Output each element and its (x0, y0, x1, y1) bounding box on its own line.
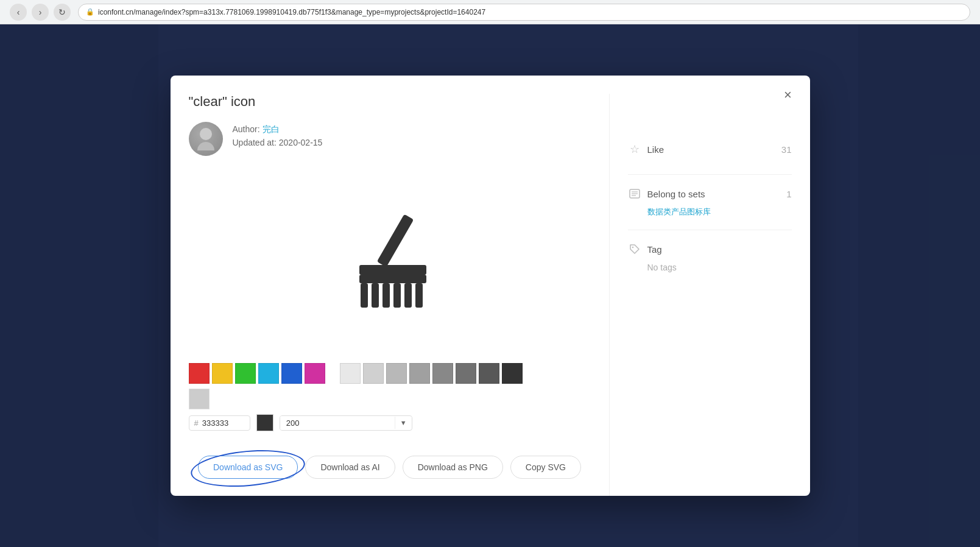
updated-label: Updated at: (233, 138, 277, 147)
like-label: Like (647, 144, 664, 155)
copy-svg-button[interactable]: Copy SVG (510, 456, 581, 479)
avatar (189, 122, 223, 156)
color-swatch-pink[interactable] (305, 363, 325, 384)
avatar-body (197, 142, 214, 150)
back-button[interactable]: ‹ (10, 4, 27, 21)
color-swatch-gray4[interactable] (409, 363, 430, 384)
svg-rect-3 (361, 283, 368, 308)
forward-button[interactable]: › (32, 4, 49, 21)
nav-controls: ‹ › ↻ (10, 4, 71, 21)
svg-rect-6 (393, 283, 401, 308)
like-count: 31 (781, 144, 792, 155)
color-swatch-gray2[interactable] (363, 363, 384, 384)
belong-label: Belong to sets (647, 189, 705, 199)
close-button[interactable]: × (778, 85, 798, 105)
author-details: Author: 完白 Updated at: 2020-02-15 (233, 122, 323, 147)
color-selected-row (189, 389, 591, 409)
no-tags-text: No tags (647, 263, 677, 272)
avatar-head (200, 128, 212, 140)
color-swatch-gray3[interactable] (386, 363, 407, 384)
modal-overlay: × "clear" icon Author: 完白 (0, 24, 980, 547)
lock-icon: 🔒 (86, 8, 94, 16)
size-input[interactable] (280, 416, 395, 430)
color-swatch-red[interactable] (189, 363, 210, 384)
browser-chrome: ‹ › ↻ 🔒 iconfont.cn/manage/index?spm=a31… (0, 0, 980, 24)
svg-rect-8 (415, 283, 423, 308)
belong-row: Belong to sets 1 (628, 187, 792, 200)
hex-input-group: # (189, 415, 250, 431)
belong-label-group: Belong to sets (628, 187, 705, 200)
updated-date: 2020-02-15 (279, 138, 323, 147)
updated-row: Updated at: 2020-02-15 (233, 138, 323, 147)
color-section: # ▼ (189, 353, 591, 441)
svg-rect-0 (376, 214, 414, 267)
like-label-group: ☆ Like (628, 143, 664, 156)
modal-dialog: × "clear" icon Author: 完白 (171, 76, 810, 496)
svg-rect-4 (372, 283, 379, 308)
svg-rect-5 (382, 283, 390, 308)
belong-section: Belong to sets 1 数据类产品图标库 (628, 175, 792, 230)
modal-title: "clear" icon (189, 94, 591, 110)
author-info: Author: 完白 Updated at: 2020-02-15 (189, 122, 591, 156)
svg-point-13 (632, 247, 633, 248)
size-dropdown-button[interactable]: ▼ (395, 417, 412, 429)
color-swatch-gray7[interactable] (479, 363, 499, 384)
download-svg-button[interactable]: Download as SVG (198, 456, 298, 479)
color-swatch-gray8[interactable] (502, 363, 523, 384)
color-swatch-green[interactable] (235, 363, 256, 384)
avatar-inner (189, 122, 223, 156)
belong-count: 1 (786, 189, 791, 199)
download-png-button[interactable]: Download as PNG (403, 456, 503, 479)
tag-label-group: Tag (628, 242, 662, 256)
tag-icon (628, 242, 641, 256)
color-swatch-gray6[interactable] (456, 363, 476, 384)
color-swatch-cyan[interactable] (258, 363, 279, 384)
address-bar[interactable]: 🔒 iconfont.cn/manage/index?spm=a313x.778… (78, 4, 970, 21)
color-swatch-yellow[interactable] (212, 363, 233, 384)
url-text: iconfont.cn/manage/index?spm=a313x.77810… (98, 8, 485, 16)
hex-hash: # (194, 418, 199, 428)
color-swatch-gray5[interactable] (432, 363, 453, 384)
tag-section: Tag No tags (628, 230, 792, 285)
modal-body: "clear" icon Author: 完白 (171, 76, 810, 496)
tag-label: Tag (647, 244, 662, 255)
size-select-group: ▼ (280, 415, 412, 431)
color-swatches-row (189, 363, 591, 384)
svg-rect-2 (359, 275, 426, 283)
color-preview-box[interactable] (256, 414, 273, 431)
like-row: ☆ Like 31 (628, 143, 792, 156)
download-svg-wrapper: Download as SVG (198, 456, 298, 479)
belong-link[interactable]: 数据类产品图标库 (647, 206, 792, 217)
hex-input[interactable] (202, 418, 245, 428)
clear-broom-icon (329, 201, 451, 323)
meta-panel: ☆ Like 31 (609, 94, 792, 496)
color-controls: # ▼ (189, 414, 591, 431)
color-swatch-blue[interactable] (281, 363, 302, 384)
color-swatch-gray1[interactable] (340, 363, 361, 384)
author-name-link[interactable]: 完白 (263, 124, 280, 134)
selected-color-swatch[interactable] (189, 389, 210, 409)
icon-preview-area (189, 171, 591, 353)
download-ai-button[interactable]: Download as AI (305, 456, 395, 479)
action-buttons: Download as SVG Download as AI Download … (189, 441, 591, 496)
author-label: Author: (233, 124, 260, 134)
icon-panel: "clear" icon Author: 完白 (189, 94, 591, 496)
star-icon: ☆ (628, 143, 641, 156)
reload-button[interactable]: ↻ (54, 4, 71, 21)
tag-row: Tag (628, 242, 792, 256)
set-icon (628, 187, 641, 200)
like-section: ☆ Like 31 (628, 130, 792, 175)
author-row: Author: 完白 (233, 124, 323, 135)
svg-rect-7 (404, 283, 412, 308)
svg-rect-1 (359, 265, 426, 275)
